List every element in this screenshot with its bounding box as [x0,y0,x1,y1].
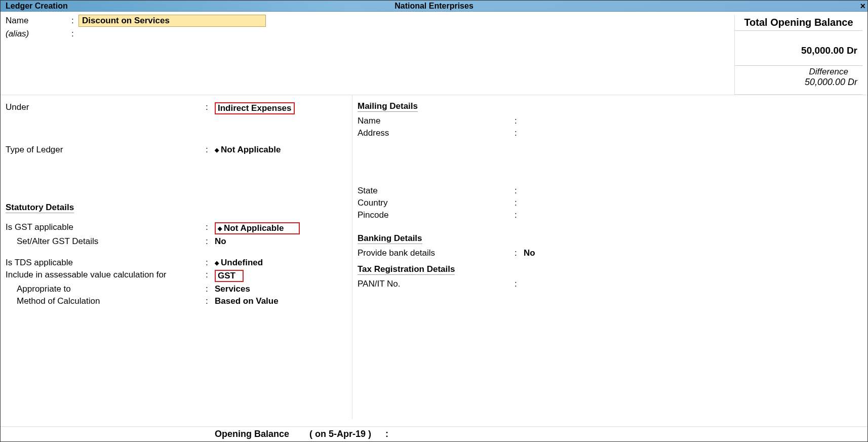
main-columns: Under : Indirect Expenses Type of Ledger… [1,95,867,419]
mailing-name-value[interactable] [524,116,862,126]
name-label: Name [6,16,71,26]
tds-applicable-label: Is TDS applicable [6,258,206,268]
name-input[interactable]: Discount on Services [78,15,266,27]
banking-details-head: Banking Details [358,233,422,244]
colon: : [385,429,396,439]
right-column: Mailing Details Name : Address : State :… [352,95,867,419]
colon: : [206,236,215,247]
alias-label: (alias) [6,29,71,39]
screen-title: Ledger Creation [1,2,68,11]
include-assessable-value[interactable]: GST [215,270,244,282]
opening-balance-date: ( on 5-Apr-19 ) [309,429,385,439]
gst-applicable-value[interactable]: Not Applicable [215,222,300,234]
type-of-ledger-value[interactable]: Not Applicable [215,145,347,155]
close-icon[interactable]: × [860,2,865,11]
titlebar: Ledger Creation National Enterprises × [1,1,867,12]
top-section: Name : Discount on Services (alias) : To… [1,12,867,95]
mailing-details-head: Mailing Details [358,101,418,112]
set-alter-gst-value[interactable]: No [215,236,347,247]
mailing-name-label: Name [358,116,515,126]
mailing-address-value[interactable] [524,128,862,138]
name-alias-block: Name : Discount on Services (alias) : [6,15,734,95]
provide-bank-details-label: Provide bank details [358,248,515,258]
include-assessable-label: Include in assessable value calculation … [6,270,206,280]
pincode-value[interactable] [524,210,862,220]
opening-balance-title: Total Opening Balance [735,15,862,31]
colon: : [206,296,215,306]
appropriate-to-value[interactable]: Services [215,284,347,294]
under-label: Under [6,102,206,112]
colon: : [71,29,78,39]
state-value[interactable] [524,186,862,196]
pincode-label: Pincode [358,210,515,220]
pan-it-no-value[interactable] [524,279,862,289]
colon: : [515,248,524,258]
colon: : [515,116,524,126]
colon: : [206,222,215,232]
ledger-creation-window: Ledger Creation National Enterprises × N… [0,0,868,442]
colon: : [71,16,78,26]
method-of-calculation-label: Method of Calculation [6,296,206,306]
pan-it-no-label: PAN/IT No. [358,279,515,289]
under-value[interactable]: Indirect Expenses [215,102,295,114]
state-label: State [358,186,515,196]
set-alter-gst-label: Set/Alter GST Details [6,236,206,247]
opening-balance-amount: 50,000.00 Dr [735,31,862,65]
difference-amount: 50,000.00 Dr [735,77,862,89]
colon: : [206,284,215,294]
colon: : [206,258,215,268]
statutory-details-head: Statutory Details [6,203,74,213]
country-label: Country [358,198,515,208]
colon: : [515,279,524,289]
difference-label: Difference [735,65,862,77]
type-of-ledger-label: Type of Ledger [6,145,206,155]
left-column: Under : Indirect Expenses Type of Ledger… [1,95,352,419]
colon: : [515,128,524,138]
colon: : [206,270,215,280]
tds-applicable-value[interactable]: Undefined [215,258,347,268]
gst-applicable-label: Is GST applicable [6,222,206,232]
mailing-address-label: Address [358,128,515,138]
method-of-calculation-value[interactable]: Based on Value [215,296,347,306]
colon: : [515,210,524,220]
colon: : [206,145,215,155]
tax-registration-head: Tax Registration Details [358,264,455,275]
footer: Opening Balance ( on 5-Apr-19 ) : [1,426,867,439]
opening-balance-label: Opening Balance [1,429,309,439]
appropriate-to-label: Appropriate to [6,284,206,294]
colon: : [515,186,524,196]
colon: : [515,198,524,208]
company-name: National Enterprises [394,2,474,11]
provide-bank-details-value[interactable]: No [524,248,862,258]
colon: : [206,102,215,112]
opening-balance-panel: Total Opening Balance 50,000.00 Dr Diffe… [734,15,862,95]
country-value[interactable] [524,198,862,208]
